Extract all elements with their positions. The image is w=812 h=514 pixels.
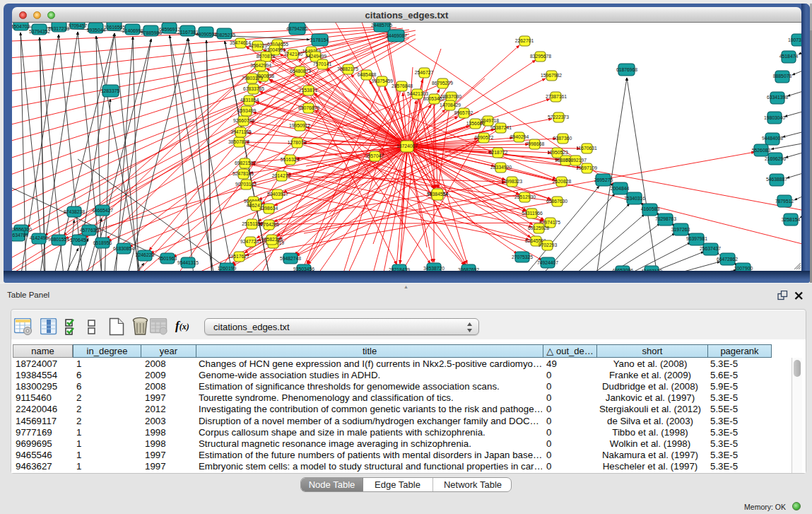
svg-text:9702293: 9702293 (539, 243, 558, 247)
svg-text:1706451: 1706451 (70, 238, 89, 243)
svg-text:6518956: 6518956 (93, 240, 112, 245)
svg-text:5516324: 5516324 (281, 157, 300, 162)
svg-text:4593499: 4593499 (237, 108, 257, 113)
svg-text:90703142: 90703142 (235, 182, 257, 187)
svg-text:1356669: 1356669 (466, 121, 486, 126)
svg-text:8965702: 8965702 (454, 110, 473, 115)
svg-text:57222373: 57222373 (548, 115, 569, 119)
svg-text:3258154: 3258154 (782, 217, 801, 222)
svg-text:1260199: 1260199 (218, 266, 237, 271)
svg-text:27075325: 27075325 (512, 255, 533, 259)
svg-text:2742140: 2742140 (284, 52, 303, 57)
svg-text:5526083: 5526083 (752, 148, 771, 153)
svg-text:19384554: 19384554 (427, 192, 448, 197)
svg-text:60892197: 60892197 (565, 158, 587, 163)
svg-text:78298763: 78298763 (655, 216, 676, 221)
svg-text:4142496: 4142496 (30, 235, 49, 240)
svg-text:99375459: 99375459 (372, 78, 393, 83)
svg-text:14708429: 14708429 (440, 103, 461, 107)
svg-text:69125928: 69125928 (528, 226, 549, 230)
svg-text:2014276: 2014276 (272, 173, 291, 178)
svg-text:66480873: 66480873 (290, 69, 311, 74)
svg-text:6218772: 6218772 (489, 150, 508, 155)
svg-text:54638887: 54638887 (766, 177, 787, 182)
svg-text:19803040: 19803040 (764, 115, 785, 120)
svg-text:15967982: 15967982 (541, 73, 562, 78)
svg-text:90801554: 90801554 (48, 237, 69, 242)
svg-text:28334920: 28334920 (490, 165, 512, 170)
svg-text:69821582: 69821582 (235, 160, 256, 165)
svg-text:85076879: 85076879 (298, 105, 319, 110)
svg-text:2262701: 2262701 (515, 38, 534, 43)
svg-text:2153871: 2153871 (299, 88, 318, 93)
svg-text:4831854: 4831854 (240, 98, 259, 103)
svg-text:28837080: 28837080 (440, 94, 461, 99)
svg-text:11950523: 11950523 (547, 150, 568, 155)
svg-text:2695275: 2695275 (594, 177, 613, 182)
svg-text:30687692: 30687692 (458, 267, 479, 271)
svg-text:44665427: 44665427 (92, 208, 113, 213)
svg-text:39471185: 39471185 (230, 129, 252, 134)
svg-text:9090572: 9090572 (475, 135, 494, 140)
svg-text:2246228: 2246228 (136, 252, 155, 257)
svg-text:4518474: 4518474 (779, 54, 799, 59)
svg-text:48794285: 48794285 (286, 26, 307, 31)
svg-text:25512930: 25512930 (514, 194, 536, 199)
svg-text:6485488: 6485488 (358, 72, 377, 77)
svg-text:75340316: 75340316 (624, 196, 645, 201)
svg-text:54311966: 54311966 (522, 211, 543, 216)
svg-text:40825235: 40825235 (214, 33, 235, 37)
svg-text:50403917: 50403917 (267, 192, 288, 197)
svg-text:1283375: 1283375 (101, 88, 120, 93)
svg-text:4577630: 4577630 (80, 228, 99, 233)
svg-text:83295678: 83295678 (530, 54, 551, 59)
svg-text:8885078: 8885078 (773, 74, 792, 78)
svg-text:4160583: 4160583 (641, 206, 660, 211)
svg-text:12634789: 12634789 (12, 233, 28, 238)
svg-text:76882175: 76882175 (337, 66, 358, 71)
svg-text:11670631: 11670631 (576, 146, 597, 151)
svg-text:28218439: 28218439 (389, 267, 410, 271)
svg-text:38507878: 38507878 (228, 139, 249, 144)
svg-text:1278078: 1278078 (288, 140, 307, 145)
svg-text:61876968: 61876968 (616, 67, 637, 72)
svg-text:1504702: 1504702 (12, 24, 30, 29)
svg-text:61830854: 61830854 (113, 246, 134, 251)
svg-text:9709457: 9709457 (69, 23, 88, 28)
svg-text:92477231: 92477231 (240, 239, 261, 244)
svg-text:11517627: 11517627 (228, 254, 249, 259)
svg-text:3957047: 3957047 (365, 153, 384, 158)
svg-text:32764286: 32764286 (258, 222, 279, 227)
svg-text:2546727: 2546727 (415, 70, 434, 75)
svg-text:95387241: 95387241 (490, 125, 512, 130)
svg-text:18724007: 18724007 (396, 144, 418, 148)
svg-text:34538720: 34538720 (423, 266, 445, 271)
svg-text:74924407: 74924407 (537, 260, 558, 265)
svg-text:1007900: 1007900 (734, 266, 753, 271)
svg-text:52478145: 52478145 (233, 171, 254, 176)
svg-text:19950912: 19950912 (289, 123, 310, 128)
svg-text:79803179: 79803179 (242, 76, 263, 81)
svg-text:53794352: 53794352 (29, 29, 50, 34)
svg-text:87438238: 87438238 (64, 209, 85, 214)
svg-text:98582358: 98582358 (261, 237, 283, 242)
svg-text:24469087: 24469087 (386, 33, 407, 38)
svg-text:89317233: 89317233 (48, 26, 69, 31)
svg-text:4398634: 4398634 (259, 206, 278, 211)
svg-text:28576848: 28576848 (392, 83, 413, 88)
svg-text:2004844: 2004844 (611, 186, 630, 191)
svg-text:67833785: 67833785 (243, 86, 264, 91)
svg-text:43487130: 43487130 (641, 269, 662, 271)
svg-text:54421363: 54421363 (407, 91, 428, 96)
svg-text:13998323: 13998323 (501, 179, 522, 184)
svg-text:4501963: 4501963 (158, 256, 177, 261)
svg-text:36642994: 36642994 (250, 63, 271, 68)
svg-text:25637437: 25637437 (700, 246, 721, 251)
svg-text:9387360: 9387360 (553, 136, 572, 141)
svg-text:7879512: 7879512 (775, 199, 794, 204)
svg-text:44249499: 44249499 (305, 54, 326, 59)
svg-text:65867630: 65867630 (546, 199, 567, 204)
svg-text:59482748: 59482748 (280, 256, 301, 261)
svg-text:7998668: 7998668 (526, 141, 545, 146)
svg-text:8070878: 8070878 (257, 54, 276, 59)
